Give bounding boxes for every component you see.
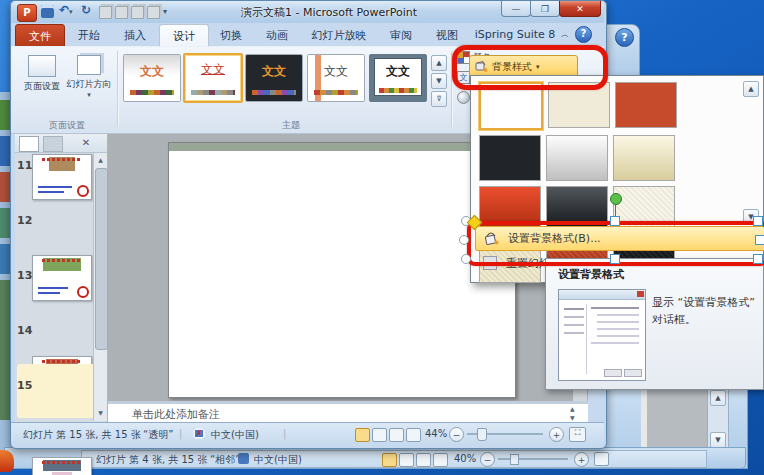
tab-view[interactable]: 视图: [425, 24, 469, 47]
help-icon[interactable]: ?: [615, 28, 634, 47]
slide-canvas[interactable]: [168, 142, 516, 398]
undo-icon[interactable]: ↶▾: [59, 3, 73, 17]
tab-transitions[interactable]: 切换: [209, 24, 253, 47]
selection-handle[interactable]: [461, 254, 471, 264]
bg-style-3[interactable]: [615, 82, 677, 128]
slide-thumb-12[interactable]: [32, 255, 92, 301]
theme-swatches: [314, 90, 358, 95]
selection-handle[interactable]: [755, 235, 764, 245]
qat-menu-icon[interactable]: ▾: [163, 7, 167, 16]
slide-sorter-icon[interactable]: [399, 453, 414, 467]
slide-thumb-11[interactable]: [32, 154, 92, 200]
addin-icon[interactable]: [99, 6, 112, 19]
panel-scrollbar[interactable]: ▲ ▼: [93, 153, 107, 421]
fit-window-icon[interactable]: ⛶: [569, 427, 586, 442]
fit-window-icon[interactable]: [594, 452, 609, 466]
selection-handle[interactable]: [753, 216, 763, 226]
tab-animations[interactable]: 动画: [255, 24, 299, 47]
themes-more-icon[interactable]: ⊽: [431, 91, 447, 107]
rotation-handle-icon[interactable]: [610, 193, 622, 205]
normal-view-icon[interactable]: [382, 453, 397, 467]
slide-number: 13: [17, 269, 32, 282]
tab-review[interactable]: 审阅: [379, 24, 423, 47]
scroll-down-icon[interactable]: ▼: [710, 432, 726, 448]
zoom-out-icon[interactable]: −: [480, 452, 495, 467]
notes-scroll-down-icon[interactable]: ▼: [570, 414, 575, 421]
tab-slideshow[interactable]: 幻灯片放映: [301, 24, 377, 47]
reading-view-icon[interactable]: [389, 428, 404, 442]
selection-handle[interactable]: [753, 254, 763, 264]
slide-orientation-button[interactable]: 幻灯片方向 ▾: [65, 52, 113, 118]
preview-titlebar: [559, 290, 645, 300]
theme-name: “透明”: [143, 428, 173, 442]
thumb-title: [42, 461, 83, 464]
themes-scroll-up-icon[interactable]: ▲: [431, 55, 447, 71]
powerpoint-logo-icon[interactable]: P: [17, 4, 37, 22]
outline-tab-icon[interactable]: [43, 136, 63, 152]
zoom-slider-thumb[interactable]: [477, 428, 487, 441]
zoom-in-icon[interactable]: +: [574, 452, 589, 467]
scroll-down-icon[interactable]: ▼: [95, 407, 106, 419]
theme-thumb-3[interactable]: 文文: [245, 54, 303, 102]
slide-sorter-icon[interactable]: [372, 428, 387, 442]
selection-handle[interactable]: [610, 216, 620, 226]
bg-style-6[interactable]: [613, 135, 675, 181]
slideshow-icon[interactable]: [406, 428, 421, 442]
swatch-fill: [616, 83, 676, 127]
zoom-in-icon[interactable]: +: [549, 427, 564, 442]
scrollbar-thumb[interactable]: [95, 168, 108, 350]
tab-home[interactable]: 开始: [67, 24, 111, 47]
themes-scroll-down-icon[interactable]: ▼: [431, 73, 447, 89]
theme-thumb-4[interactable]: 文文: [307, 54, 365, 102]
thumb-badge: [77, 185, 89, 197]
bg-style-5[interactable]: [546, 135, 608, 181]
help-icon[interactable]: ?: [575, 26, 592, 43]
slide-number: 12: [17, 214, 32, 227]
slide-orientation-label: 幻灯片方向: [65, 78, 113, 91]
notes-placeholder[interactable]: 单击此处添加备注: [132, 407, 220, 422]
zoom-level[interactable]: 44%: [425, 428, 447, 439]
slideshow-icon[interactable]: [433, 453, 448, 467]
slide-orientation-icon: [77, 55, 101, 75]
scroll-up-icon[interactable]: ▲: [710, 390, 726, 406]
zoom-slider-thumb[interactable]: [510, 454, 519, 465]
slide-number: 14: [17, 324, 32, 337]
normal-view-icon[interactable]: [355, 428, 370, 442]
tab-design[interactable]: 设计: [159, 24, 209, 48]
background-window-scrollbar[interactable]: ▲ ▼: [707, 387, 729, 451]
gallery-scroll-up-icon[interactable]: ▲: [743, 81, 759, 97]
bg-style-4[interactable]: [479, 135, 541, 181]
scroll-up-icon[interactable]: ▲: [95, 154, 106, 166]
reading-view-icon[interactable]: [416, 453, 431, 467]
selection-handle[interactable]: [459, 235, 469, 245]
slide-thumb-14[interactable]: [32, 457, 92, 475]
thumb-textline: [38, 287, 68, 289]
close-panel-icon[interactable]: ✕: [77, 135, 95, 150]
status-bar: 幻灯片 第 15 张, 共 15 张 | “透明” | ✗ 中文(中国) | 4…: [11, 422, 604, 445]
spellcheck-icon[interactable]: ✗: [193, 428, 205, 439]
language-indicator[interactable]: 中文(中国): [211, 428, 259, 442]
page-setup-button[interactable]: 页面设置: [21, 52, 63, 118]
addin-icon[interactable]: [115, 6, 128, 19]
theme-thumb-5[interactable]: 文文: [369, 54, 427, 102]
selection-handle[interactable]: [610, 254, 620, 264]
bg-language[interactable]: 中文(中国): [254, 453, 302, 467]
separator: |: [202, 453, 205, 464]
addin-icon[interactable]: [131, 6, 144, 19]
theme-thumb-1[interactable]: 文文: [123, 54, 181, 102]
close-button[interactable]: ✕: [559, 1, 601, 17]
zoom-out-icon[interactable]: −: [449, 427, 464, 442]
tab-insert[interactable]: 插入: [113, 24, 157, 47]
addin-icon[interactable]: [147, 6, 160, 19]
save-icon[interactable]: [41, 5, 54, 18]
slides-tab-icon[interactable]: [19, 136, 39, 152]
collapse-ribbon-icon[interactable]: ︿: [561, 29, 569, 40]
tab-ispring[interactable]: iSpring Suite 8: [471, 24, 559, 45]
title-bar[interactable]: P ↶▾ ↻ ▾ 演示文稿1 - Microsoft PowerPoint — …: [11, 1, 604, 23]
zoom-slider[interactable]: [498, 458, 568, 460]
repeat-icon[interactable]: ↻: [81, 3, 91, 17]
notes-scroll-up-icon[interactable]: ▲: [570, 405, 575, 412]
maximize-button[interactable]: ❐: [530, 1, 560, 17]
theme-thumb-2-selected[interactable]: 文文: [183, 53, 243, 103]
minimize-button[interactable]: —: [501, 1, 531, 17]
